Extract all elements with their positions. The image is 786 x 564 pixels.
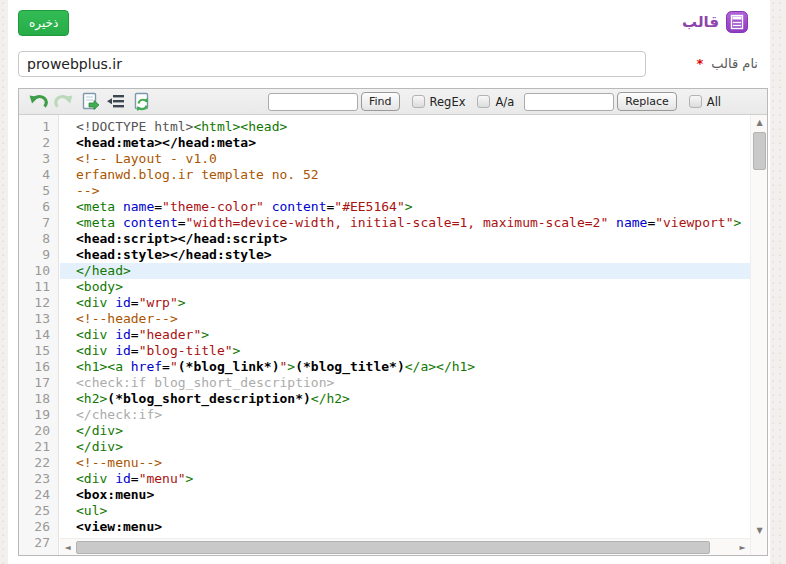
code-line[interactable]: erfanwd.blog.ir template no. 52 [60,167,750,183]
code-line[interactable]: <body> [60,279,750,295]
line-number: 3 [19,151,50,167]
code-token-tag: </div> [76,439,123,454]
code-token-plain [107,295,115,310]
code-line[interactable]: </div> [60,423,750,439]
vertical-scroll-thumb[interactable] [753,132,766,170]
code-token-str: " [170,359,178,374]
code-token-str: "header" [139,327,202,342]
line-number: 19 [19,407,50,423]
replace-button[interactable]: Replace [617,92,677,111]
code-line[interactable]: <head:style></head:style> [60,247,750,263]
code-line[interactable]: <div id="wrp"> [60,295,750,311]
line-number: 1 [19,119,50,135]
code-line[interactable]: <view:menu> [60,519,750,535]
code-token-tag: > [733,215,741,230]
code-line[interactable]: <div id="menu"> [60,471,750,487]
code-line[interactable]: <!DOCTYPE html><html><head> [60,119,750,135]
code-line[interactable]: <div id="blog-title"> [60,343,750,359]
scroll-down-icon[interactable]: ▼ [752,523,767,538]
code-line[interactable]: --> [60,183,750,199]
find-button[interactable]: Find [361,92,400,111]
template-name-input[interactable] [18,51,646,77]
code-token-attr: content [123,215,178,230]
code-token-plain [107,343,115,358]
find-input[interactable] [268,93,358,111]
page-header: قالب [682,11,748,33]
code-token-tag: <body> [76,279,123,294]
code-line[interactable]: <check:if blog_short_description> [60,375,750,391]
code-line[interactable]: <meta name="theme-color" content="#EE516… [60,199,750,215]
code-line[interactable]: <h1><a href="(*blog_link*)">(*blog_title… [60,359,750,375]
horizontal-scrollbar[interactable]: ◄ ► [60,538,750,555]
vertical-scrollbar[interactable]: ▲ ▼ [750,115,767,555]
code-token-attr: name [616,215,647,230]
reload-document-icon[interactable] [131,92,153,112]
save-button[interactable]: ذخیره [18,10,69,36]
template-name-label-text: نام قالب [711,56,758,71]
line-number: 16 [19,359,50,375]
code-line[interactable]: <box:menu> [60,487,750,503]
code-token-tag: </head> [76,263,131,278]
redo-icon[interactable] [53,92,75,112]
line-number: 24 [19,487,50,503]
code-line[interactable]: <head:meta></head:meta> [60,135,750,151]
code-line[interactable]: <!--menu--> [60,455,750,471]
code-line[interactable]: </div> [60,439,750,455]
code-line[interactable]: </check:if> [60,407,750,423]
scroll-up-icon[interactable]: ▲ [752,115,767,130]
line-number: 7 [19,215,50,231]
line-number: 11 [19,279,50,295]
page-title: قالب [682,13,719,31]
code-line[interactable]: <meta content="width=device-width, initi… [60,215,750,231]
code-token-cmt: <!-- Layout - v1.0 [76,151,217,166]
horizontal-scroll-thumb[interactable] [76,541,710,554]
line-number: 6 [19,199,50,215]
line-number: 20 [19,423,50,439]
line-number: 5 [19,183,50,199]
code-token-str: "theme-color" [162,199,264,214]
gutter: 1234567891011121314151617181920212223242… [19,115,59,555]
code-line[interactable]: <!--header--> [60,311,750,327]
line-number: 21 [19,439,50,455]
code-token-tag: </a></h1> [405,359,475,374]
replace-input[interactable] [524,93,614,111]
template-icon [726,11,748,33]
line-number: 18 [19,391,50,407]
code-token-tag: > [186,471,194,486]
code-token-gray: <check:if blog_short_description> [76,375,334,390]
code-token-cmt: <!--header--> [76,311,178,326]
regex-checkbox[interactable] [412,95,425,108]
code-token-tag: <meta [76,215,115,230]
code-token-tag: </div> [76,423,123,438]
code-token-tag: <ul> [76,503,107,518]
line-number: 12 [19,295,50,311]
code-line[interactable]: <ul> [60,503,750,519]
code-token-bold: <view:menu> [76,519,162,534]
undo-icon[interactable] [27,92,49,112]
line-number: 10 [19,263,50,279]
auto-indent-icon[interactable] [105,92,127,112]
line-number: 17 [19,375,50,391]
code-token-bold: (*blog_title*) [295,359,405,374]
code-token-str: "wrp" [139,295,178,310]
code-token-tag: > [178,295,186,310]
export-document-icon[interactable] [79,92,101,112]
replace-all-checkbox[interactable] [689,95,702,108]
template-name-label: نام قالب * [696,56,758,71]
code-lines[interactable]: <!DOCTYPE html><html><head><head:meta></… [60,115,750,555]
code-line[interactable]: <h2>(*blog_short_description*)</h2> [60,391,750,407]
regex-label: RegEx [430,95,466,109]
scroll-left-icon[interactable]: ◄ [60,540,75,555]
code-line[interactable]: </head> [60,263,750,279]
code-token-bold: <head:script></head:script> [76,231,287,246]
code-area[interactable]: 1234567891011121314151617181920212223242… [19,115,767,555]
code-editor: Find RegEx A/a Replace All 1234567891011… [18,88,768,556]
scroll-right-icon[interactable]: ► [735,540,750,555]
code-line[interactable]: <div id="header"> [60,327,750,343]
case-sensitive-checkbox[interactable] [477,95,490,108]
code-token-tag: > [233,343,241,358]
code-line[interactable]: <!-- Layout - v1.0 [60,151,750,167]
code-line[interactable]: <head:script></head:script> [60,231,750,247]
code-token-attr: content [272,199,327,214]
code-token-bold: (*blog_link*) [178,359,280,374]
